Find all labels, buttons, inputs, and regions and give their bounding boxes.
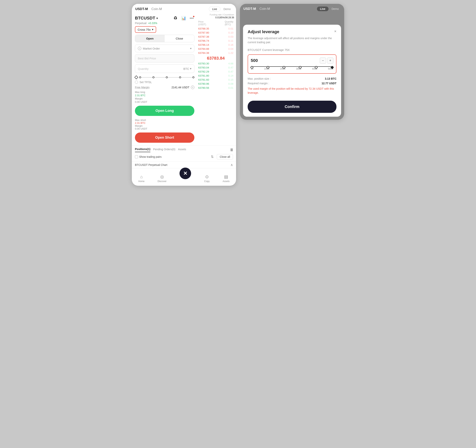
assets-icon: ▤ [224, 174, 228, 179]
add-margin-button[interactable]: + [191, 86, 194, 89]
leverage-select[interactable]: Cross 75x ▾ [135, 26, 156, 33]
price-input[interactable]: Best Bid Price [135, 54, 194, 62]
pair-icons: ♻ 📊 ••• [173, 16, 194, 21]
perp-row: Perpetual +0.33% [135, 22, 194, 26]
show-pairs-check-area[interactable]: Show trading pairs [135, 155, 162, 158]
open-close-row: Open Close [135, 35, 194, 42]
sort-icon[interactable]: ⇅ [211, 155, 214, 159]
slider-track[interactable] [139, 77, 194, 78]
ob-buy-qty: 4.66 [228, 62, 233, 65]
demo-button-left[interactable]: Demo [221, 6, 232, 11]
tab-usdt-left[interactable]: USDT-M [135, 7, 148, 11]
leverage-slider[interactable]: 1X 100X 200X 300X 400X 500X [251, 66, 333, 70]
trade-center-icon: ✕ [183, 171, 187, 177]
ob-sell-row: 63787.380.03 [198, 35, 234, 39]
max-long-value: 2.31 BTC [135, 94, 147, 97]
nav-copy[interactable]: ⊙ Copy [204, 174, 210, 183]
discover-icon: ◎ [160, 174, 164, 179]
recycle-icon[interactable]: ♻ [173, 16, 178, 21]
discover-label: Discover [158, 180, 167, 183]
close-all-button[interactable]: Close all [217, 154, 233, 160]
ob-sell-price: 63786.14 [198, 43, 209, 46]
nav-assets[interactable]: ▤ Assets [223, 174, 230, 183]
lev-dot-300x [298, 66, 302, 69]
ob-buy-row: 63783.304.66 [198, 61, 234, 66]
pair-name[interactable]: BTCUSDT [135, 16, 155, 21]
tpsl-label: Set TP/SL [140, 81, 152, 84]
dialog-pair-label: BTCUSDT Current leverage 75X [248, 48, 336, 52]
trade-center-button[interactable]: ✕ [180, 168, 191, 179]
max-short-label: Max short [135, 119, 147, 122]
qty-input[interactable]: Quantity BTC ▾ [135, 64, 194, 73]
qty-placeholder: Quantity [138, 67, 149, 70]
slider-dot-3 [166, 76, 168, 78]
live-button-left[interactable]: Live [209, 6, 221, 11]
tpsl-checkbox[interactable] [135, 81, 138, 84]
tab-coin-left[interactable]: Coin-M [151, 7, 162, 11]
required-margin-label: Required margin : [248, 82, 269, 85]
sort-close-area: ⇅ Close all [211, 154, 233, 160]
ob-sell-row: 63786.140.16 [198, 43, 234, 47]
slider-dot-1 [139, 76, 141, 78]
increase-leverage-button[interactable]: + [327, 57, 333, 64]
nav-home[interactable]: ⌂ Home [138, 174, 145, 183]
copy-label: Copy [204, 180, 210, 183]
ob-buy-qty: 0.15 [228, 78, 233, 81]
ob-col2: Quantity(BTC) [225, 20, 233, 26]
order-type-row[interactable]: i Market Order ▾ [135, 44, 194, 52]
dialog-close-button[interactable]: × [334, 29, 336, 33]
ob-sell-row: 63788.350.01 [198, 27, 234, 31]
ob-sell-qty: 0.16 [228, 43, 233, 46]
more-icon[interactable]: ••• [189, 16, 194, 21]
ob-sell-qty: 1.22 [228, 51, 233, 54]
tab-pending[interactable]: Pending Orders(0) [153, 148, 175, 152]
ob-buy-row: 63780.960.08 [198, 82, 234, 86]
open-short-button[interactable]: Open Short [135, 133, 194, 143]
close-button[interactable]: Close [165, 35, 194, 42]
open-button[interactable]: Open [135, 35, 165, 42]
lev-dots [251, 66, 333, 69]
demo-button-right[interactable]: Demo [330, 6, 341, 11]
perpetual-label: Perpetual [135, 22, 147, 25]
pair-row: BTCUSDT ▾ ♻ 📊 ••• [135, 13, 194, 22]
ob-buys: 63783.304.6663783.040.4763782.290.476378… [198, 61, 234, 90]
ob-sell-price: 63784.38 [198, 51, 209, 54]
confirm-button[interactable]: Confirm [248, 101, 336, 113]
lev-dot-200x [282, 66, 286, 69]
pair-arrow-icon[interactable]: ▾ [156, 17, 158, 20]
ob-midprice: 63783.84 [198, 55, 234, 61]
perp-change: +0.33% [148, 22, 157, 25]
decrease-leverage-button[interactable]: − [320, 57, 326, 64]
max-long-margin-label: Margin [135, 97, 147, 100]
ob-buy-row: 63781.800.14 [198, 74, 234, 78]
open-long-button[interactable]: Open Long [135, 106, 194, 116]
tab-assets[interactable]: Assets [178, 148, 186, 152]
max-long-margin-value: 0.00 USDT [135, 100, 147, 103]
lev-dot-400x [314, 66, 318, 69]
slider-diamond-icon [134, 75, 138, 79]
list-icon[interactable]: ☰ [230, 148, 233, 152]
free-margin-value: 2141.44 USDT [171, 86, 189, 89]
chart-icon[interactable]: 📊 [181, 16, 186, 21]
tab-usdt-right[interactable]: USDT-M [244, 7, 256, 11]
slider-row[interactable] [135, 75, 194, 81]
ob-sell-qty: 0.11 [228, 39, 233, 42]
show-pairs-checkbox[interactable] [135, 155, 138, 158]
ob-buy-price: 63780.56 [198, 86, 209, 89]
max-position-label: Max. position size : [248, 77, 271, 80]
tab-coin-right[interactable]: Coin-M [259, 7, 270, 11]
lev-dot-500x [330, 66, 334, 69]
qty-dropdown-icon: ▾ [190, 67, 192, 70]
positions-bar: Positions(1) Pending Orders(0) Assets ☰ [132, 145, 236, 152]
tpsl-row[interactable]: Set TP/SL [135, 81, 194, 84]
ob-sell-price: 63788.35 [198, 27, 209, 30]
ob-buy-price: 63780.96 [198, 82, 209, 85]
left-form: BTCUSDT ▾ ♻ 📊 ••• [132, 13, 198, 145]
chevron-up-icon[interactable]: ∧ [231, 163, 233, 167]
nav-discover[interactable]: ◎ Discover [158, 174, 167, 183]
rph-right: Live Demo [317, 6, 341, 11]
max-position-value: 3.13 BTC [325, 77, 336, 80]
ob-sell-qty: 0.03 [228, 35, 233, 38]
live-button-right[interactable]: Live [317, 6, 329, 11]
tab-positions[interactable]: Positions(1) [135, 148, 150, 152]
